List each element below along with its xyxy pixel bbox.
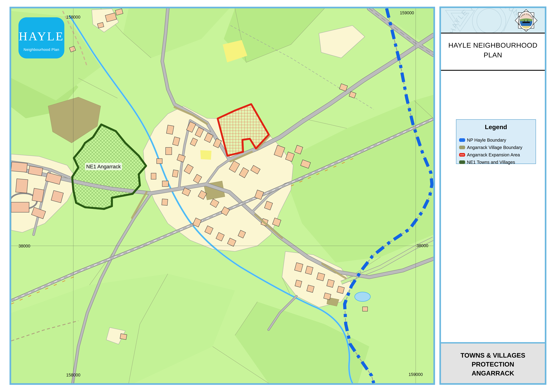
legend: Legend NP Hayle Boundary Angarrack Villa…: [456, 119, 536, 164]
plan-title: HAYLE NEIGHBOURHOOD PLAN: [441, 34, 545, 70]
logo-title: HAYLE: [18, 29, 64, 43]
logo-subtitle: Neighbourhood Plan: [18, 48, 64, 52]
plan-sheet: 158000 159000 38000 38000 158000 159000 …: [0, 0, 555, 392]
hayle-np-logo: HAYLE Neighbourhood Plan: [18, 17, 64, 58]
divider-rule-bottom: [441, 70, 545, 71]
legend-item-village-boundary: Angarrack Village Boundary: [459, 144, 535, 151]
sheet-title-line-2: PROTECTION: [441, 360, 545, 369]
legend-item-expansion-area: Angarrack Expansion Area: [459, 151, 535, 158]
grid-label-bottom-right: 159000: [409, 372, 423, 377]
expansion-area-swatch: [459, 153, 465, 157]
legend-item-np-hayle-boundary: NP Hayle Boundary: [459, 136, 535, 144]
grid-label-bottom-left: 158000: [66, 373, 80, 377]
map-canvas: 158000 159000 38000 38000 158000 159000 …: [9, 7, 435, 385]
np-hayle-boundary-swatch: [459, 138, 465, 142]
council-crest-art: HAYLE TOWN COUNCIL: [441, 8, 545, 33]
svg-text:NE1 Angarrack: NE1 Angarrack: [86, 164, 121, 170]
legend-item-ne1-towns-villages: NE1 Towns and Villages: [459, 158, 535, 166]
sheet-title-line-1: TOWNS & VILLAGES: [441, 351, 545, 360]
map-sheet-title: TOWNS & VILLAGES PROTECTION ANGARRACK: [441, 342, 545, 383]
legend-title: Legend: [456, 123, 535, 131]
grid-label-right: 38000: [416, 243, 428, 248]
ne1-area-label: NE1 Angarrack: [85, 163, 122, 170]
village-boundary-swatch: [459, 146, 465, 149]
council-crest: HAYLE TOWN COUNCIL: [441, 8, 545, 33]
town-council-badge: HAYLE TOWN COUNCIL: [515, 9, 537, 32]
sidebar-panel: HAYLE TOWN COUNCIL: [439, 7, 546, 385]
grid-label-top-left: 158000: [66, 15, 80, 20]
pond: [355, 292, 370, 301]
sheet-title-line-3: ANGARRACK: [441, 369, 545, 378]
grid-label-left: 38000: [18, 244, 30, 248]
grid-label-top-right: 159000: [400, 11, 414, 15]
divider-rule-top: [441, 33, 545, 34]
angarrack-map: 158000 159000 38000 38000 158000 159000 …: [11, 8, 433, 383]
ne1-towns-villages-swatch: [459, 160, 465, 164]
